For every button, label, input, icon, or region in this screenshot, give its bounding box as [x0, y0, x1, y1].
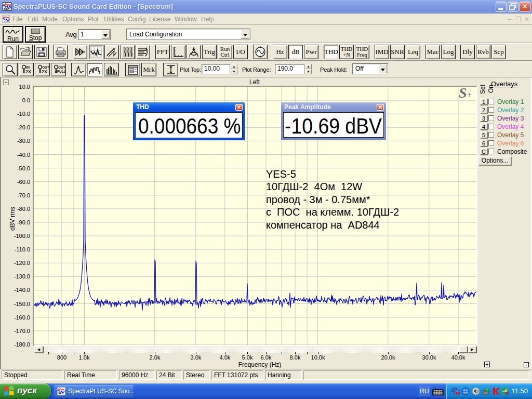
svg-text:OUT: OUT	[42, 65, 49, 69]
svg-text:IN: IN	[26, 65, 30, 69]
svg-text:FULL: FULL	[57, 70, 65, 73]
svg-text:SC: SC	[4, 7, 8, 11]
svg-text:2X: 2X	[42, 69, 47, 74]
svg-text:2X: 2X	[25, 69, 31, 74]
svg-text:SC: SC	[58, 391, 63, 395]
svg-text:OUT: OUT	[58, 65, 65, 69]
